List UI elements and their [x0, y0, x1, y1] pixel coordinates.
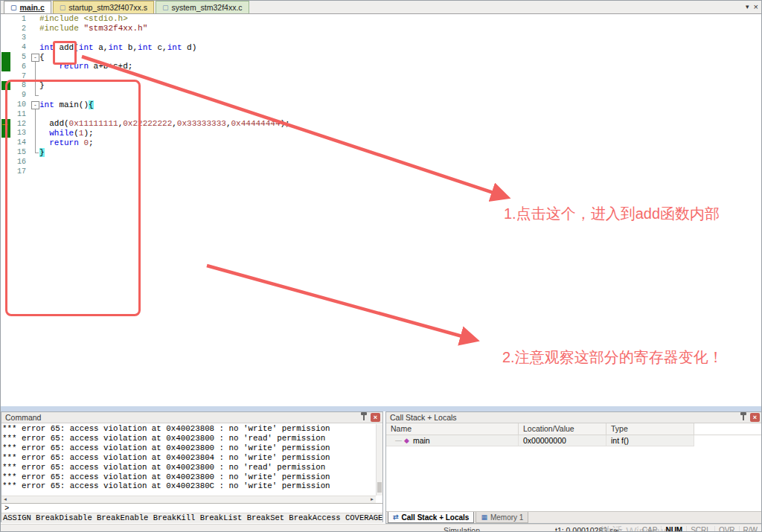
- command-output[interactable]: *** error 65: access violation at 0x4002…: [2, 424, 376, 496]
- pin-icon[interactable]: [743, 415, 744, 420]
- line-number: 4: [11, 43, 31, 51]
- command-vertical-scrollbar[interactable]: [376, 424, 382, 496]
- status-bar: Simulation t1: 0.00010283 sec 激活 Windows…: [1, 524, 762, 532]
- callstack-panel-title: Call Stack + Locals: [390, 413, 457, 422]
- code-segment: 0x11111111: [69, 119, 118, 128]
- close-panel-icon[interactable]: ×: [750, 413, 760, 422]
- fold-margin[interactable]: [31, 100, 39, 109]
- callstack-panel: Call Stack + Locals × NameLocation/Value…: [385, 411, 762, 524]
- close-panel-icon[interactable]: ×: [371, 413, 380, 422]
- code-segment: }: [39, 81, 45, 90]
- code-segment: #include: [39, 24, 83, 33]
- code-line[interactable]: 15}: [1, 147, 761, 157]
- code-line[interactable]: 8}: [1, 81, 761, 91]
- code-line[interactable]: 10int main(){: [1, 100, 761, 109]
- coverage-gutter: [1, 42, 11, 52]
- column-header-name[interactable]: Name: [386, 423, 519, 435]
- callstack-header-row: NameLocation/ValueType: [386, 423, 762, 435]
- code-segment: {: [89, 100, 94, 109]
- editor-tab-startup-stm32f407xx-s[interactable]: ▢startup_stm32f407xx.s: [53, 1, 154, 13]
- code-segment: [39, 138, 49, 147]
- editor-tab-main-c[interactable]: ▢main.c: [4, 1, 51, 13]
- column-header-type[interactable]: Type: [606, 423, 694, 435]
- command-input[interactable]: >: [1, 503, 382, 513]
- code-line[interactable]: 13 while(1);: [1, 129, 761, 138]
- scroll-right-icon[interactable]: ►: [368, 496, 376, 503]
- callstack-panel-header: Call Stack + Locals ×: [386, 412, 762, 423]
- uvision-window: D:\FreeRTOS博客\AAPCS\AAPCS.uvprojx - µVis…: [0, 0, 762, 532]
- command-output-line: *** error 65: access violation at 0x4002…: [2, 481, 376, 491]
- code-line[interactable]: 1#include <stdio.h>: [1, 14, 761, 24]
- code-segment: b,: [123, 43, 138, 52]
- code-segment: [39, 129, 49, 138]
- code-segment: (: [74, 129, 79, 138]
- fold-margin: [31, 33, 39, 43]
- coverage-gutter: [1, 62, 11, 71]
- tab-label: Call Stack + Locals: [402, 513, 470, 522]
- close-file-icon[interactable]: ×: [754, 2, 758, 11]
- code-segment: return: [59, 62, 89, 71]
- code-segment: return: [49, 138, 79, 147]
- code-segment: "stm32f4xx.h": [83, 24, 147, 33]
- code-line[interactable]: →12 add(0x11111111,0x22222222,0x33333333…: [1, 119, 761, 129]
- tab-call-stack-locals[interactable]: ⇄Call Stack + Locals: [388, 512, 474, 523]
- status-flag-num: NUM: [661, 526, 686, 532]
- coverage-gutter: [1, 147, 11, 157]
- command-output-line: *** error 65: access violation at 0x4002…: [2, 424, 376, 434]
- code-line[interactable]: 7: [1, 71, 761, 81]
- line-number: 9: [11, 91, 31, 99]
- code-line[interactable]: 6 return a+b+c+d;: [1, 62, 761, 71]
- coverage-gutter: [1, 129, 11, 138]
- coverage-gutter: [1, 90, 11, 100]
- code-segment: );: [281, 119, 290, 128]
- code-line[interactable]: 5{: [1, 52, 761, 62]
- coverage-gutter: [1, 138, 11, 147]
- code-segment: [39, 62, 59, 71]
- code-line[interactable]: 11: [1, 109, 761, 119]
- code-text: int add(int a,int b,int c,int d): [39, 43, 761, 52]
- code-line[interactable]: 4int add(int a,int b,int c,int d): [1, 42, 761, 52]
- code-text: while(1);: [39, 129, 761, 138]
- fold-margin: [31, 157, 39, 167]
- column-header-location-value[interactable]: Location/Value: [519, 423, 606, 435]
- code-line[interactable]: 9: [1, 90, 761, 100]
- command-assign-hint: ASSIGN BreakDisable BreakEnable BreakKil…: [1, 513, 382, 523]
- fold-margin: [31, 62, 39, 71]
- callstack-location-cell: 0x00000000: [519, 435, 606, 446]
- code-segment: add(: [54, 43, 79, 52]
- code-segment: main(): [54, 100, 89, 109]
- line-number: 16: [11, 158, 31, 166]
- code-line[interactable]: 2#include "stm32f4xx.h": [1, 24, 761, 33]
- status-flag-ovr: OVR: [714, 526, 739, 532]
- fold-margin[interactable]: [31, 52, 39, 62]
- line-number: 8: [11, 81, 31, 89]
- code-segment: int: [167, 43, 182, 52]
- status-flag-cap: CAP: [638, 526, 662, 532]
- code-line[interactable]: 3: [1, 33, 761, 43]
- code-text: #include "stm32f4xx.h": [39, 24, 761, 33]
- code-segment: 0x44444444: [231, 119, 280, 128]
- command-output-line: *** error 65: access violation at 0x4002…: [2, 434, 376, 443]
- tab-memory-1[interactable]: ▦Memory 1: [476, 512, 528, 523]
- horizontal-splitter[interactable]: [1, 406, 762, 411]
- command-output-line: *** error 65: access violation at 0x4002…: [2, 463, 376, 472]
- fold-margin: [31, 90, 39, 100]
- callstack-row[interactable]: —◆main0x00000000int f(): [386, 435, 762, 446]
- editor-tab-system-stm32f4xx-c[interactable]: ▢system_stm32f4xx.c: [156, 1, 249, 13]
- command-horizontal-scrollbar[interactable]: ◄ ►: [1, 496, 376, 503]
- code-segment: );: [83, 129, 93, 138]
- code-line[interactable]: 16: [1, 157, 761, 167]
- code-segment: 0x33333333: [177, 119, 226, 128]
- code-text: }: [39, 148, 761, 157]
- line-number: 17: [11, 167, 31, 176]
- status-flag-r-w: R/W: [739, 526, 761, 532]
- code-segment: c,: [153, 43, 167, 52]
- tab-label: Memory 1: [490, 513, 523, 522]
- code-line[interactable]: 17: [1, 167, 761, 176]
- line-number: 10: [11, 100, 31, 109]
- tab-list-dropdown-icon[interactable]: ▾: [746, 3, 749, 10]
- pin-icon[interactable]: [363, 415, 365, 420]
- editor-panel: ▢main.c▢startup_stm32f407xx.s▢system_stm…: [1, 1, 618, 260]
- code-line[interactable]: 14 return 0;: [1, 138, 761, 147]
- scroll-left-icon[interactable]: ◄: [1, 496, 9, 503]
